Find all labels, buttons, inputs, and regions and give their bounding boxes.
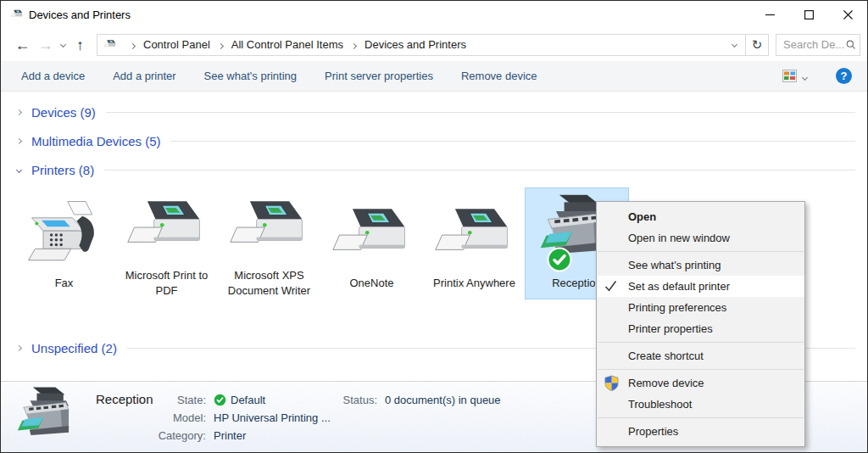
model-value: HP Universal Printing ... bbox=[214, 409, 331, 427]
state-row: State: Default bbox=[150, 391, 331, 409]
breadcrumb-item-control-panel[interactable]: Control Panel bbox=[142, 36, 211, 53]
menu-separator bbox=[598, 369, 804, 370]
state-value: Default bbox=[214, 391, 265, 409]
uac-shield-icon bbox=[604, 375, 619, 391]
checkmark-icon bbox=[604, 280, 617, 292]
default-check-icon bbox=[214, 394, 226, 406]
status-label: Status: bbox=[316, 391, 377, 409]
change-view-button[interactable] bbox=[777, 67, 812, 85]
status-value: 0 document(s) in queue bbox=[385, 391, 501, 409]
address-bar[interactable]: Control Panel All Control Panel Items De… bbox=[97, 34, 745, 56]
printer-icon bbox=[227, 188, 312, 262]
section-label: Unspecified (2) bbox=[31, 341, 117, 355]
printer-tile-onenote[interactable]: OneNote bbox=[320, 188, 423, 299]
menu-item-troubleshoot[interactable]: Troubleshoot bbox=[597, 394, 804, 415]
state-label: State: bbox=[150, 391, 206, 409]
minimize-button[interactable] bbox=[750, 1, 789, 28]
menu-item-remove-device[interactable]: Remove device bbox=[597, 372, 804, 394]
model-label: Model: bbox=[150, 409, 206, 427]
menu-item-printer-properties[interactable]: Printer properties bbox=[597, 318, 804, 339]
remove-device-button[interactable]: Remove device bbox=[461, 70, 537, 82]
forward-button[interactable]: → bbox=[34, 37, 57, 53]
menu-separator bbox=[598, 251, 804, 252]
status-row: Status: 0 document(s) in queue bbox=[316, 391, 501, 409]
minimize-icon bbox=[765, 10, 775, 20]
search-box[interactable] bbox=[776, 34, 860, 56]
search-input[interactable] bbox=[783, 38, 846, 51]
back-button[interactable]: ← bbox=[11, 37, 34, 53]
menu-item-create-shortcut[interactable]: Create shortcut bbox=[597, 345, 804, 366]
view-options-icon bbox=[782, 70, 797, 82]
printer-tile-printix-anywhere[interactable]: Printix Anywhere bbox=[423, 188, 526, 299]
device-properties: State: Default Model: HP Universal Print… bbox=[150, 391, 331, 445]
maximize-button[interactable] bbox=[789, 1, 828, 28]
toolbar-right-group: ? bbox=[777, 67, 859, 85]
search-icon bbox=[846, 39, 855, 50]
section-label: Multimedia Devices (5) bbox=[31, 134, 161, 148]
printer-icon bbox=[432, 188, 517, 270]
chevron-right-icon bbox=[13, 139, 25, 143]
close-icon bbox=[843, 10, 853, 20]
chevron-right-icon bbox=[13, 110, 25, 115]
menu-item-see-whats-printing[interactable]: See what's printing bbox=[597, 254, 804, 276]
section-rule bbox=[171, 141, 855, 142]
printer-icon bbox=[330, 188, 415, 270]
breadcrumb-item-all-control-panel-items[interactable]: All Control Panel Items bbox=[231, 36, 344, 53]
window-title: Devices and Printers bbox=[29, 8, 131, 21]
close-button[interactable] bbox=[828, 1, 867, 28]
section-devices[interactable]: Devices (9) bbox=[13, 102, 855, 122]
category-row: Category: Printer bbox=[150, 427, 331, 445]
breadcrumb-separator-icon bbox=[219, 38, 223, 51]
printer-tile-microsoft-xps-document-writer[interactable]: Microsoft XPS Document Writer bbox=[218, 188, 320, 299]
printer-tile-microsoft-print-to-pdf[interactable]: Microsoft Print to PDF bbox=[115, 188, 218, 299]
chevron-down-icon bbox=[732, 42, 737, 48]
printer-name: Microsoft Print to PDF bbox=[120, 268, 214, 299]
selected-device-name: Reception bbox=[96, 392, 153, 406]
section-label: Printers (8) bbox=[31, 163, 94, 177]
breadcrumb-separator-icon bbox=[352, 38, 356, 51]
up-button[interactable]: ↑ bbox=[69, 37, 92, 53]
section-multimedia-devices[interactable]: Multimedia Devices (5) bbox=[13, 131, 855, 151]
menu-separator bbox=[598, 417, 804, 418]
printer-name: Fax bbox=[55, 276, 74, 291]
menu-item-set-as-default-printer[interactable]: Set as default printer bbox=[597, 276, 804, 297]
recent-pages-dropdown[interactable] bbox=[57, 42, 69, 47]
breadcrumb-printer-icon bbox=[103, 39, 117, 50]
address-dropdown-button[interactable] bbox=[729, 42, 740, 47]
print-server-properties-button[interactable]: Print server properties bbox=[325, 70, 433, 82]
chevron-down-icon bbox=[59, 42, 65, 48]
section-label: Devices (9) bbox=[31, 105, 96, 120]
command-toolbar: Add a device Add a printer See what's pr… bbox=[1, 61, 867, 92]
menu-item-printing-preferences[interactable]: Printing preferences bbox=[597, 297, 804, 318]
printer-icon bbox=[125, 188, 209, 262]
menu-item-label: Remove device bbox=[628, 377, 704, 389]
add-a-device-button[interactable]: Add a device bbox=[21, 70, 85, 82]
printer-context-menu: Open Open in new window See what's print… bbox=[596, 201, 805, 447]
help-button[interactable]: ? bbox=[836, 68, 852, 84]
category-value: Printer bbox=[214, 427, 246, 445]
section-printers[interactable]: Printers (8) bbox=[13, 159, 855, 180]
printer-name: Microsoft XPS Document Writer bbox=[222, 268, 317, 299]
view-dropdown-icon bbox=[803, 70, 807, 82]
title-bar: Devices and Printers bbox=[1, 1, 867, 28]
model-row: Model: HP Universal Printing ... bbox=[150, 409, 331, 427]
menu-separator bbox=[598, 342, 804, 343]
fax-printer-icon bbox=[22, 188, 107, 270]
chevron-right-icon bbox=[13, 346, 25, 350]
breadcrumb-separator-icon bbox=[131, 38, 135, 51]
menu-item-properties[interactable]: Properties bbox=[597, 421, 804, 442]
see-whats-printing-button[interactable]: See what's printing bbox=[204, 70, 297, 82]
breadcrumb-item-devices-and-printers[interactable]: Devices and Printers bbox=[364, 36, 467, 53]
printer-tile-fax[interactable]: Fax bbox=[13, 188, 115, 299]
refresh-button[interactable]: ↻ bbox=[745, 34, 769, 56]
window-controls bbox=[750, 1, 867, 28]
add-a-printer-button[interactable]: Add a printer bbox=[113, 70, 175, 82]
menu-item-open-in-new-window[interactable]: Open in new window bbox=[597, 227, 804, 249]
category-label: Category: bbox=[150, 427, 206, 445]
menu-item-open[interactable]: Open bbox=[597, 206, 804, 227]
state-text: Default bbox=[231, 391, 265, 409]
mfp-printer-icon bbox=[13, 386, 82, 450]
printer-name: OneNote bbox=[349, 276, 393, 291]
printer-name: Printix Anywhere bbox=[433, 276, 515, 291]
address-bar-wrap: Control Panel All Control Panel Items De… bbox=[97, 34, 769, 56]
